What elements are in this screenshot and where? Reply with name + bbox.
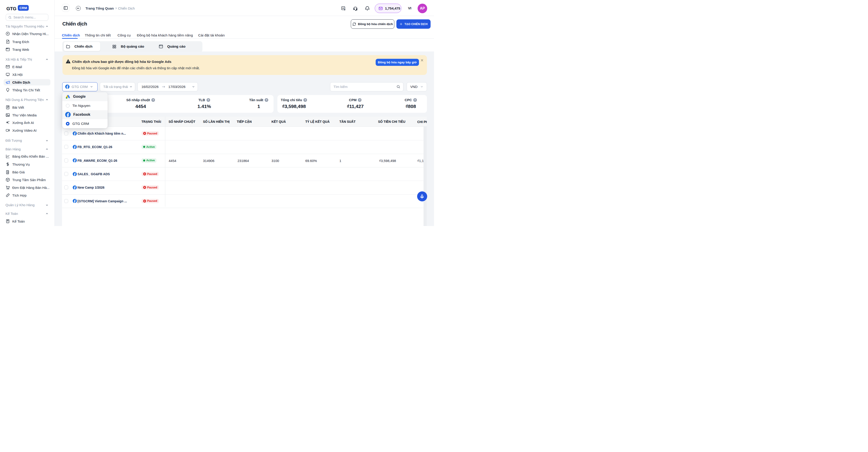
- svg-text:AI: AI: [342, 7, 344, 9]
